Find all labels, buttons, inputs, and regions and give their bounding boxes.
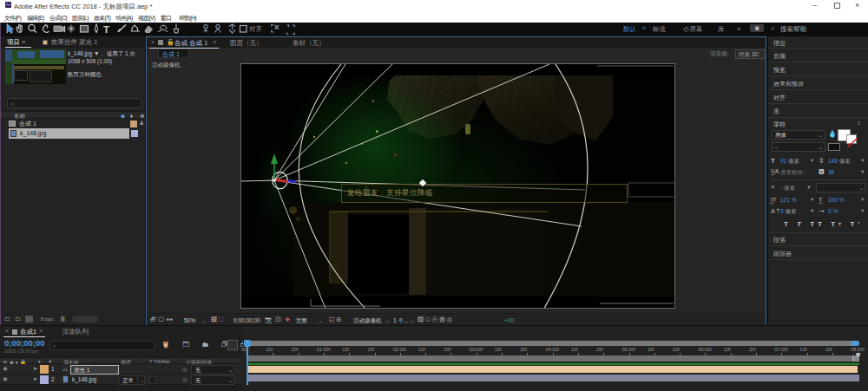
svg-text:T: T <box>103 24 109 35</box>
